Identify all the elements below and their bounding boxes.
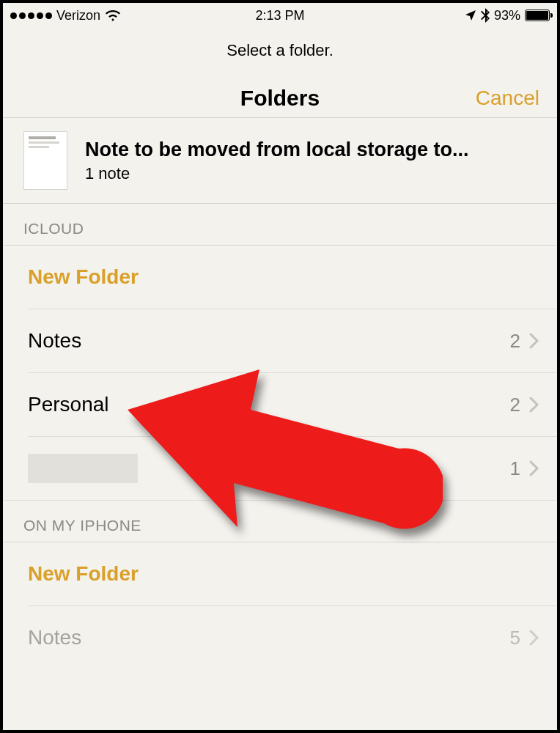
- folder-row-personal[interactable]: Personal 2: [3, 373, 557, 436]
- folder-count: 1: [510, 457, 520, 480]
- redacted-label: [28, 454, 138, 483]
- status-left: Verizon: [10, 8, 121, 23]
- cancel-button[interactable]: Cancel: [476, 86, 539, 110]
- chevron-right-icon: [529, 333, 539, 349]
- bluetooth-icon: [481, 8, 490, 23]
- location-icon: [465, 10, 476, 21]
- note-title: Note to be moved from local storage to..…: [85, 139, 469, 161]
- chevron-right-icon: [529, 630, 539, 646]
- new-folder-local-button[interactable]: New Folder: [3, 542, 557, 605]
- new-folder-icloud-button[interactable]: New Folder: [3, 246, 557, 309]
- section-header-onmyiphone: ON MY IPHONE: [3, 501, 557, 542]
- wifi-icon: [105, 10, 121, 21]
- note-text: Note to be moved from local storage to..…: [85, 139, 469, 183]
- carrier-label: Verizon: [56, 8, 100, 23]
- status-right: 93%: [465, 8, 550, 23]
- chevron-right-icon: [529, 397, 539, 413]
- app-frame: Verizon 2:13 PM 93% Select a folder. Fol…: [3, 3, 557, 730]
- folder-count: 2: [510, 330, 520, 353]
- status-bar: Verizon 2:13 PM 93%: [3, 3, 557, 28]
- new-folder-label: New Folder: [28, 265, 139, 289]
- battery-percent: 93%: [494, 8, 520, 23]
- note-thumbnail-icon: [23, 131, 67, 190]
- folder-count: 5: [510, 627, 520, 649]
- navbar-title: Folders: [240, 86, 320, 111]
- navbar: Folders Cancel: [3, 79, 557, 117]
- chevron-right-icon: [529, 460, 539, 476]
- folder-row-notes-local[interactable]: Notes 5: [3, 606, 557, 669]
- signal-dots-icon: [10, 12, 52, 19]
- folder-row-notes[interactable]: Notes 2: [3, 309, 557, 372]
- section-header-icloud: ICLOUD: [3, 204, 557, 245]
- instruction-text: Select a folder.: [3, 28, 557, 79]
- note-count: 1 note: [85, 164, 469, 183]
- folder-label: Notes: [28, 626, 81, 649]
- folder-count: 2: [510, 394, 520, 416]
- folder-label: Notes: [28, 329, 81, 353]
- folder-label: Personal: [28, 393, 109, 416]
- new-folder-label: New Folder: [28, 562, 139, 586]
- battery-icon: [525, 10, 550, 21]
- note-summary: Note to be moved from local storage to..…: [3, 118, 557, 203]
- folder-row-redacted[interactable]: 1: [3, 437, 557, 500]
